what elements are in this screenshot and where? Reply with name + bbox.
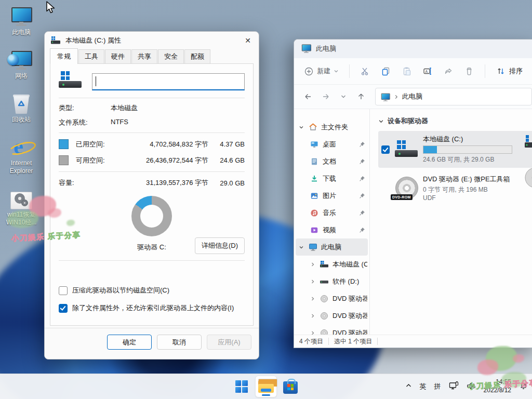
tab-general[interactable]: 常规 bbox=[50, 48, 78, 64]
sidebar-item-this-pc[interactable]: 此电脑 bbox=[296, 238, 368, 256]
index-checkbox-row[interactable]: 除了文件属性外，还允许索引此驱动器上文件的内容(I) bbox=[59, 303, 245, 313]
chevron-right-icon[interactable] bbox=[310, 279, 316, 284]
chevron-right-icon[interactable] bbox=[310, 262, 316, 267]
new-button[interactable]: 新建 bbox=[299, 63, 343, 79]
gears-icon bbox=[10, 187, 32, 209]
section-devices-and-drives[interactable]: 设备和驱动器 bbox=[378, 116, 532, 126]
sidebar-item-drive-d[interactable]: 软件 (D:) bbox=[294, 273, 369, 290]
sidebar-item-music[interactable]: 音乐 bbox=[294, 204, 369, 221]
dialog-titlebar[interactable]: 本地磁盘 (C:) 属性 ✕ bbox=[45, 32, 259, 49]
tab-security[interactable]: 安全 bbox=[158, 49, 184, 63]
chevron-right-icon[interactable] bbox=[310, 313, 316, 318]
selected-count: 选中 1 个项目 bbox=[334, 337, 372, 346]
drive-tile-dvd-e[interactable]: DVD-ROM DVD 驱动器 (E:) 微PE工具箱 0 字节 可用, 共 1… bbox=[378, 171, 532, 205]
sort-button[interactable]: 排序 bbox=[491, 63, 527, 79]
used-space-bytes: 4,702,584,832 字节 bbox=[121, 140, 208, 149]
recent-locations-button[interactable] bbox=[336, 89, 351, 104]
plus-circle-icon bbox=[303, 66, 314, 76]
explorer-titlebar[interactable]: 此电脑 bbox=[294, 39, 532, 58]
cut-button[interactable] bbox=[356, 63, 375, 79]
drive-tile-local-disk-c[interactable]: 本地磁盘 (C:) 24.6 GB 可用, 共 29.0 GB bbox=[378, 131, 532, 168]
compress-checkbox[interactable] bbox=[59, 286, 68, 295]
tab-quota[interactable]: 配额 bbox=[184, 49, 210, 63]
apply-button[interactable]: 应用(A) bbox=[207, 335, 251, 350]
sidebar-item-desktop[interactable]: 桌面 bbox=[294, 136, 369, 153]
input-language-indicator[interactable]: 英 bbox=[420, 382, 427, 391]
sidebar-item-label: 此电脑 bbox=[321, 243, 366, 252]
free-space-label: 可用空间: bbox=[76, 156, 121, 165]
rename-icon: A bbox=[422, 66, 433, 76]
ime-mode-indicator[interactable]: 拼 bbox=[434, 382, 441, 391]
notification-bell-icon[interactable]: z bbox=[519, 381, 528, 392]
paste-button[interactable] bbox=[397, 63, 416, 79]
index-checkbox[interactable] bbox=[59, 304, 68, 313]
svg-text:A: A bbox=[425, 70, 428, 73]
chevron-right-icon bbox=[394, 95, 398, 99]
tab-sharing[interactable]: 共享 bbox=[131, 49, 157, 63]
sort-button-label: 排序 bbox=[509, 66, 523, 76]
desktop-icon-this-pc[interactable]: 此电脑 bbox=[3, 4, 39, 36]
documents-icon bbox=[310, 157, 319, 166]
start-button[interactable] bbox=[231, 376, 252, 397]
copy-icon bbox=[381, 66, 391, 76]
forward-button[interactable] bbox=[318, 89, 334, 104]
back-button[interactable] bbox=[300, 89, 316, 104]
rename-button[interactable]: A bbox=[418, 63, 437, 79]
desktop-icon-win11-restore[interactable]: win11恢复WIN10经... bbox=[3, 187, 39, 227]
share-button[interactable] bbox=[439, 63, 458, 79]
ok-button[interactable]: 确定 bbox=[107, 335, 152, 350]
sidebar-item-videos[interactable]: 视频 bbox=[294, 221, 369, 238]
desktop-icon-column: 此电脑 网络 回收站 e Internet Explorer win11恢复WI… bbox=[3, 4, 39, 227]
new-button-label: 新建 bbox=[317, 66, 330, 76]
store-bag-icon bbox=[283, 381, 298, 394]
sidebar-item-documents[interactable]: 文档 bbox=[294, 153, 369, 170]
delete-button[interactable] bbox=[460, 63, 478, 79]
this-pc-icon bbox=[301, 44, 306, 53]
up-button[interactable] bbox=[353, 89, 369, 104]
divider bbox=[59, 132, 245, 133]
dialog-tab-strip: 常规 工具 硬件 共享 安全 配额 bbox=[45, 49, 259, 63]
address-bar[interactable]: 此电脑 bbox=[375, 88, 532, 105]
capacity-size: 29.0 GB bbox=[208, 179, 245, 187]
sidebar-item-pictures[interactable]: 图片 bbox=[294, 187, 369, 204]
breadcrumb[interactable]: 此电脑 bbox=[402, 92, 422, 101]
tab-hardware[interactable]: 硬件 bbox=[105, 49, 131, 63]
sidebar-item-dvd-f[interactable]: DVD 驱动器 (F:) bbox=[294, 307, 369, 324]
desktop-icon-network[interactable]: 网络 bbox=[3, 48, 39, 80]
taskbar-microsoft-store[interactable] bbox=[280, 376, 301, 397]
chevron-right-icon[interactable] bbox=[310, 330, 316, 335]
tray-overflow-chevron-icon[interactable] bbox=[405, 382, 412, 391]
copy-button[interactable] bbox=[377, 63, 395, 79]
details-button[interactable]: 详细信息(D) bbox=[195, 237, 245, 254]
pictures-icon bbox=[310, 191, 319, 201]
compress-checkbox-label: 压缩此驱动器以节约磁盘空间(C) bbox=[72, 286, 169, 295]
chevron-down-icon[interactable] bbox=[298, 125, 304, 130]
desktop-icon-internet-explorer[interactable]: e Internet Explorer bbox=[3, 135, 39, 175]
text-caret bbox=[96, 76, 96, 86]
tab-tools[interactable]: 工具 bbox=[78, 49, 104, 63]
dvd-rom-badge: DVD-ROM bbox=[391, 194, 413, 200]
sidebar-item-dvd-e[interactable]: DVD 驱动器 (E:) bbox=[294, 290, 369, 307]
taskbar-clock[interactable]: 14:55 2022/8/12 bbox=[484, 378, 511, 394]
cancel-button[interactable]: 取消 bbox=[157, 335, 202, 350]
compress-checkbox-row[interactable]: 压缩此驱动器以节约磁盘空间(C) bbox=[59, 286, 245, 295]
volume-icon[interactable] bbox=[467, 382, 476, 392]
pin-icon bbox=[359, 141, 365, 148]
chevron-right-icon[interactable] bbox=[310, 296, 316, 301]
sidebar-item-home[interactable]: 主文件夹 bbox=[294, 118, 369, 136]
sidebar-item-downloads[interactable]: 下载 bbox=[294, 170, 369, 187]
selection-checkbox[interactable] bbox=[381, 145, 390, 154]
sidebar-item-dvd-clipped[interactable]: DVD 驱动器 (F:) bbox=[294, 324, 369, 335]
network-icon[interactable] bbox=[449, 381, 459, 392]
chevron-down-icon[interactable] bbox=[298, 245, 304, 250]
volume-label-input[interactable] bbox=[92, 73, 245, 90]
pin-icon bbox=[359, 158, 365, 165]
sidebar-item-drive-c[interactable]: 本地磁盘 (C:) bbox=[294, 256, 369, 273]
desktop-icon-recycle-bin[interactable]: 回收站 bbox=[3, 91, 39, 124]
close-button[interactable]: ✕ bbox=[237, 32, 259, 49]
drive-icon bbox=[51, 36, 61, 45]
clipped-drive-icon bbox=[525, 135, 532, 153]
free-space-size: 24.6 GB bbox=[208, 156, 245, 164]
trash-icon bbox=[464, 66, 474, 76]
taskbar-file-explorer[interactable] bbox=[255, 376, 277, 397]
